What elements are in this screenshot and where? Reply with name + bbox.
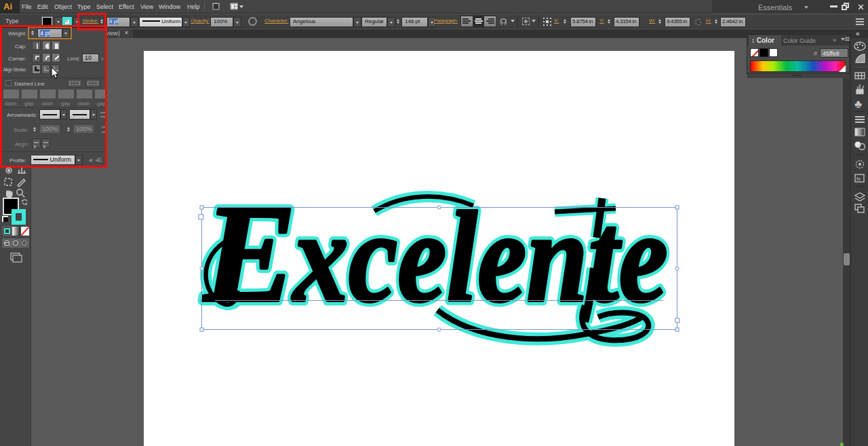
svg-text:E: E — [202, 176, 296, 331]
